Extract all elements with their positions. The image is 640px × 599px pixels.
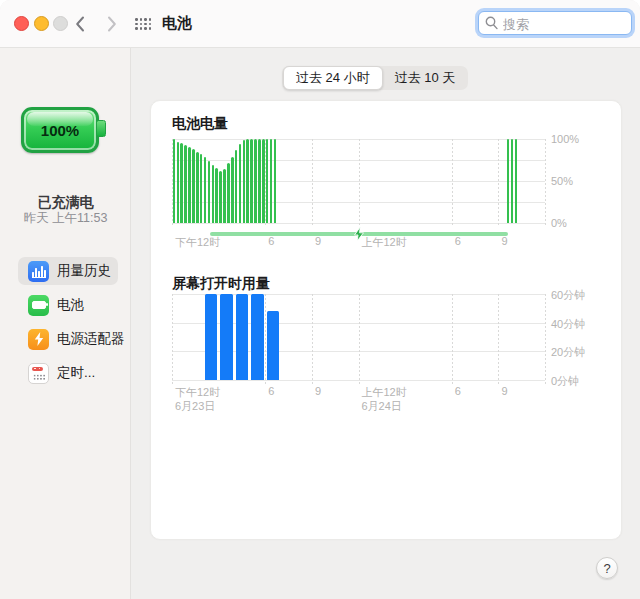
- battery-level-bar: [180, 143, 183, 223]
- segment-last-10-days[interactable]: 过去 10 天: [383, 67, 468, 89]
- back-button[interactable]: [68, 12, 92, 36]
- x-date-label: 6月24日: [362, 399, 402, 414]
- gridline-vertical: [172, 294, 173, 384]
- battery-level-bar: [177, 142, 180, 223]
- screen-usage-bar: [220, 294, 232, 380]
- battery-level-bar: [258, 139, 261, 223]
- sidebar: 100% 已充满电 昨天 上午11:53 用量历史 电池 电源适配器: [0, 48, 131, 599]
- gridline-vertical: [498, 294, 499, 384]
- battery-level-bar: [184, 145, 187, 223]
- battery-level-bar: [173, 139, 176, 223]
- y-axis-labels: 100%50%0%: [551, 139, 611, 223]
- x-tick-label: 9: [501, 235, 507, 247]
- battery-level-icon: 100%: [21, 107, 99, 153]
- sidebar-item-schedule[interactable]: 定时...: [18, 359, 118, 387]
- sidebar-item-power-adapter[interactable]: 电源适配器: [18, 325, 118, 353]
- x-tick-label: 6: [268, 385, 274, 397]
- gridline-vertical: [545, 294, 546, 384]
- sidebar-item-battery[interactable]: 电池: [18, 291, 118, 319]
- charge-timestamp: 昨天 上午11:53: [0, 210, 131, 227]
- search-input[interactable]: [501, 12, 629, 36]
- battery-level-bar: [515, 139, 518, 223]
- gridline-vertical: [359, 294, 360, 384]
- title-bar: 电池: [0, 0, 640, 48]
- help-button[interactable]: ?: [596, 557, 618, 579]
- battery-level-bar: [188, 147, 191, 223]
- screen-usage-bar: [267, 311, 279, 380]
- chart-title: 屏幕打开时用量: [172, 275, 270, 293]
- sidebar-item-usage-history[interactable]: 用量历史: [18, 257, 118, 285]
- battery-level-bar: [274, 139, 277, 223]
- battery-level-bar: [204, 157, 207, 223]
- battery-icon: [28, 295, 49, 316]
- search-field[interactable]: [478, 11, 632, 35]
- battery-level-bar: [215, 168, 218, 223]
- x-axis-date-labels: 6月23日6月24日: [172, 399, 592, 413]
- x-tick-label: 9: [315, 385, 321, 397]
- battery-level-bar: [208, 161, 211, 223]
- y-tick-label: 0分钟: [551, 374, 579, 389]
- x-axis-labels: 下午12时69上午12时69: [172, 385, 592, 399]
- battery-preferences-window: 电池 100% 已充满电 昨天 上午11:53 用量历史: [0, 0, 640, 599]
- forward-button[interactable]: [100, 12, 124, 36]
- battery-percent: 100%: [24, 110, 96, 150]
- battery-level-bar: [231, 157, 234, 223]
- minimize-button[interactable]: [34, 16, 49, 31]
- gridline-vertical: [312, 139, 313, 227]
- close-button[interactable]: [14, 16, 29, 31]
- y-tick-label: 20分钟: [551, 345, 585, 360]
- battery-level-bar: [262, 139, 265, 223]
- chart-title: 电池电量: [172, 115, 228, 133]
- sidebar-item-label: 定时...: [57, 364, 95, 382]
- battery-level-chart: 电池电量 下午12时69上午12时69 100%50%0%: [172, 115, 617, 265]
- x-tick-label: 6: [455, 385, 461, 397]
- sidebar-item-label: 用量历史: [57, 262, 111, 280]
- usage-history-icon: [28, 261, 49, 282]
- y-tick-label: 50%: [551, 175, 573, 187]
- battery-level-bar: [227, 163, 230, 223]
- gridline-vertical: [498, 139, 499, 227]
- gridline-vertical: [545, 139, 546, 227]
- screen-usage-bar: [205, 294, 217, 380]
- screen-usage-bar: [251, 294, 263, 380]
- schedule-icon: [28, 363, 49, 384]
- battery-nub: [96, 120, 106, 137]
- y-axis-labels: 60分钟40分钟20分钟0分钟: [551, 294, 611, 380]
- x-tick-label: 9: [501, 385, 507, 397]
- segment-last-24-hours[interactable]: 过去 24 小时: [283, 66, 383, 90]
- zoom-button-disabled: [53, 16, 68, 31]
- y-tick-label: 60分钟: [551, 288, 585, 303]
- show-all-grid-icon[interactable]: [135, 18, 152, 31]
- chevron-right-icon: [107, 16, 117, 32]
- x-tick-label: 下午12时: [175, 385, 220, 400]
- battery-level-bar: [200, 154, 203, 223]
- battery-level-bar: [219, 171, 222, 223]
- gridline-vertical: [312, 294, 313, 384]
- screen-on-usage-chart: 屏幕打开时用量 下午12时69上午12时69 6月23日6月24日 60分钟40…: [172, 275, 617, 425]
- screen-usage-bar: [236, 294, 248, 380]
- battery-level-plot: [172, 139, 545, 223]
- sidebar-menu: 用量历史 电池 电源适配器 定时...: [18, 257, 118, 393]
- x-date-label: 6月23日: [175, 399, 215, 414]
- battery-level-bar: [235, 150, 238, 223]
- window-title: 电池: [162, 14, 192, 33]
- battery-level-bar: [192, 149, 195, 223]
- x-tick-label: 9: [315, 235, 321, 247]
- battery-level-bar: [254, 139, 257, 223]
- x-tick-label: 6: [455, 235, 461, 247]
- battery-level-bar: [239, 144, 242, 223]
- gridline-vertical: [452, 294, 453, 384]
- battery-level-bar: [223, 169, 226, 223]
- y-tick-label: 100%: [551, 133, 579, 145]
- battery-level-bar: [196, 152, 199, 223]
- x-tick-label: 上午12时: [362, 235, 407, 250]
- search-icon: [485, 16, 498, 30]
- help-label: ?: [603, 561, 610, 576]
- sidebar-item-label: 电源适配器: [57, 330, 125, 348]
- time-range-segmented-control: 过去 24 小时 过去 10 天: [282, 66, 468, 90]
- x-axis-labels: 下午12时69上午12时69: [172, 235, 592, 249]
- gridline-vertical: [452, 139, 453, 227]
- gridline-vertical: [359, 139, 360, 227]
- x-tick-label: 下午12时: [175, 235, 220, 250]
- battery-level-bar: [507, 139, 510, 223]
